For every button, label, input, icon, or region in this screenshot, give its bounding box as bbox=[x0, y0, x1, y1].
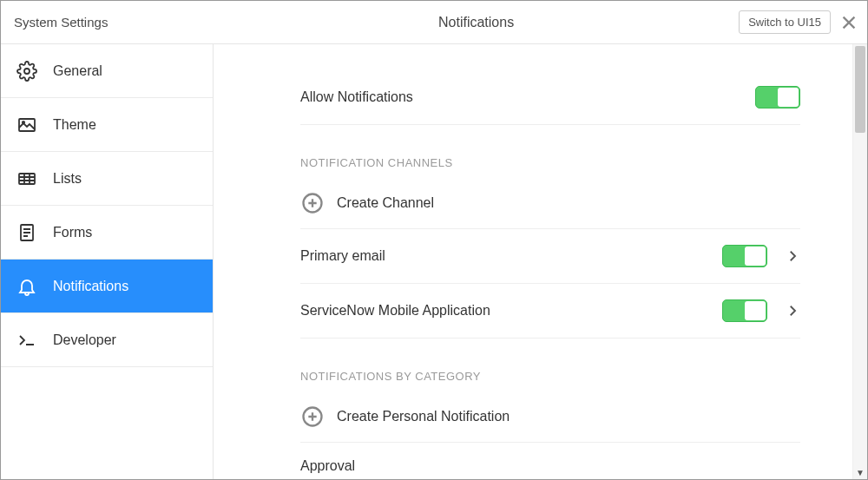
primary-email-toggle[interactable] bbox=[722, 245, 767, 267]
section-channels-header: NOTIFICATION CHANNELS bbox=[300, 125, 800, 178]
page-title: Notifications bbox=[214, 15, 739, 30]
create-channel-row[interactable]: Create Channel bbox=[300, 178, 800, 229]
primary-email-label: Primary email bbox=[300, 248, 385, 264]
chevron-right-icon[interactable] bbox=[785, 303, 800, 319]
sidebar-item-theme[interactable]: Theme bbox=[1, 98, 213, 152]
section-category-header: NOTIFICATIONS BY CATEGORY bbox=[300, 339, 800, 391]
allow-notifications-label: Allow Notifications bbox=[300, 89, 413, 105]
plus-circle-icon bbox=[300, 191, 325, 215]
sidebar-item-label: Forms bbox=[53, 225, 92, 240]
switch-ui-button[interactable]: Switch to UI15 bbox=[739, 10, 831, 34]
allow-notifications-toggle[interactable] bbox=[755, 86, 800, 108]
approval-label: Approval bbox=[300, 458, 355, 473]
content-area: Allow Notifications NOTIFICATION CHANNEL… bbox=[214, 44, 852, 479]
bell-icon bbox=[16, 276, 37, 297]
svg-rect-3 bbox=[19, 174, 35, 184]
approval-row[interactable]: Approval bbox=[300, 443, 800, 474]
scrollbar[interactable]: ▼ bbox=[852, 44, 867, 479]
sidebar-item-label: Notifications bbox=[53, 279, 128, 294]
sidebar-item-label: Developer bbox=[53, 332, 116, 348]
sidebar-item-label: Theme bbox=[53, 117, 96, 133]
sidebar-item-general[interactable]: General bbox=[1, 44, 213, 98]
scrollbar-thumb[interactable] bbox=[855, 46, 865, 133]
create-personal-row[interactable]: Create Personal Notification bbox=[300, 391, 800, 443]
create-personal-label: Create Personal Notification bbox=[337, 409, 510, 424]
sidebar-item-developer[interactable]: Developer bbox=[1, 313, 213, 367]
sidebar-item-label: Lists bbox=[53, 171, 82, 187]
sidebar: General Theme Lists Forms Notifications bbox=[1, 44, 214, 479]
allow-notifications-row: Allow Notifications bbox=[300, 70, 800, 125]
terminal-icon bbox=[16, 330, 37, 351]
mobile-app-row[interactable]: ServiceNow Mobile Application bbox=[300, 284, 800, 339]
table-icon bbox=[16, 168, 37, 189]
gear-icon bbox=[16, 61, 37, 82]
app-title: System Settings bbox=[1, 1, 214, 43]
svg-point-0 bbox=[24, 69, 30, 74]
sidebar-item-label: General bbox=[53, 63, 102, 79]
scrollbar-down-arrow[interactable]: ▼ bbox=[853, 468, 867, 477]
chevron-right-icon[interactable] bbox=[785, 248, 800, 264]
mobile-app-toggle[interactable] bbox=[722, 299, 767, 322]
plus-circle-icon bbox=[300, 404, 325, 429]
close-icon[interactable] bbox=[839, 13, 858, 32]
sidebar-item-forms[interactable]: Forms bbox=[1, 206, 213, 260]
form-icon bbox=[16, 222, 37, 243]
sidebar-item-notifications[interactable]: Notifications bbox=[1, 260, 213, 313]
primary-email-row[interactable]: Primary email bbox=[300, 229, 800, 284]
create-channel-label: Create Channel bbox=[337, 195, 434, 211]
header-bar: System Settings Notifications Switch to … bbox=[1, 1, 867, 44]
mobile-app-label: ServiceNow Mobile Application bbox=[300, 303, 490, 319]
sidebar-item-lists[interactable]: Lists bbox=[1, 152, 213, 206]
image-icon bbox=[16, 115, 37, 135]
